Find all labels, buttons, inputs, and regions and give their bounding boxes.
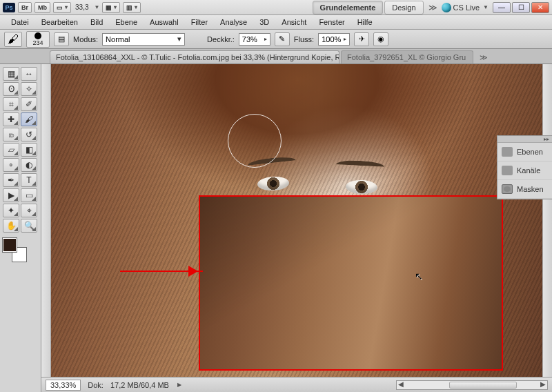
mode-label: Modus: <box>73 35 98 43</box>
color-swatches[interactable] <box>3 238 26 262</box>
crop-tool[interactable]: ⌗ <box>3 97 19 111</box>
menu-3d[interactable]: 3D <box>254 17 275 28</box>
blend-mode-value: Normal <box>106 35 130 43</box>
document-tab-title: Fotolia_13106864_XXL - © T.Tulic - Fotol… <box>56 53 339 61</box>
opacity-input[interactable]: 73% <box>239 33 270 46</box>
title-bar: Ps Br Mb ▭ 33,3▼ ▦ ▥ Grundelemente Desig… <box>0 0 552 15</box>
masks-icon <box>502 184 513 194</box>
options-bar: 🖌 234 ▤ Modus: Normal Deckkr.: 73% ✎ Flu… <box>0 30 552 49</box>
gradient-tool[interactable]: ◧ <box>21 143 37 157</box>
blur-tool[interactable]: ∘ <box>3 158 19 172</box>
status-menu-icon[interactable]: ▶ <box>177 382 181 388</box>
shape-tool[interactable]: ▭ <box>21 188 37 202</box>
panel-item-ebenen[interactable]: Ebenen <box>497 143 552 161</box>
move-arrow-tool[interactable]: ↔ <box>21 67 37 81</box>
menu-ebene[interactable]: Ebene <box>110 17 143 28</box>
opacity-pressure-button[interactable]: ✎ <box>275 32 290 46</box>
pen-tool[interactable]: ✒ <box>3 173 19 187</box>
window-close-button[interactable]: ✕ <box>531 2 549 13</box>
panel-item-kanaele[interactable]: Kanäle <box>497 161 552 180</box>
lasso-tool[interactable]: ʘ <box>3 82 19 96</box>
vertical-ruler[interactable] <box>41 64 51 377</box>
current-tool-preview[interactable]: 🖌 <box>4 32 22 47</box>
document-tab-inactive[interactable]: Fotolia_3792651_XL © Giorgio Gru <box>341 50 473 63</box>
menu-bild[interactable]: Bild <box>85 17 108 28</box>
workspace-design[interactable]: Design <box>384 1 423 14</box>
type-tool[interactable]: T <box>21 173 37 187</box>
healing-brush-tool[interactable]: ✚ <box>3 112 19 126</box>
window-minimize-button[interactable]: — <box>493 2 511 13</box>
panel-item-masken[interactable]: Masken <box>497 180 552 199</box>
photo-detail <box>257 176 290 191</box>
status-bar: 33,33% Dok: 17,2 MB/60,4 MB ▶ <box>41 377 552 392</box>
path-select-tool[interactable]: ▶ <box>3 188 19 202</box>
tabs-overflow-icon[interactable]: ≫ <box>476 52 491 63</box>
brush-size-picker[interactable]: 234 <box>26 31 50 48</box>
foreground-color-swatch[interactable] <box>3 238 17 252</box>
horizontal-scrollbar[interactable] <box>396 380 548 390</box>
opacity-label: Deckkr.: <box>207 35 235 43</box>
annotation-zoom-box <box>199 195 503 371</box>
brush-size-value: 234 <box>32 39 43 46</box>
annotation-arrow-icon <box>120 271 203 272</box>
brush-tool[interactable]: 🖌 <box>21 112 37 126</box>
mouse-cursor-icon: ↖ <box>415 271 423 282</box>
menu-datei[interactable]: Datei <box>6 17 34 28</box>
panel-collapse-icon[interactable]: ▸▸ <box>497 136 552 143</box>
flow-value: 100% <box>322 35 341 43</box>
arrange-docs-button[interactable]: ▥ <box>123 2 141 13</box>
canvas-area: ↖ 33,33% Dok: 17,2 MB/60,4 MB ▶ <box>41 64 552 392</box>
menu-hilfe[interactable]: Hilfe <box>352 17 378 28</box>
menu-analyse[interactable]: Analyse <box>215 17 253 28</box>
workspace-more-icon[interactable]: ≫ <box>424 3 442 12</box>
window-maximize-button[interactable]: ☐ <box>512 2 530 13</box>
flow-input[interactable]: 100% <box>318 33 350 46</box>
zoom-dropdown-icon[interactable]: ▼ <box>94 4 99 10</box>
status-zoom-input[interactable]: 33,33% <box>46 380 81 391</box>
view-extras-button[interactable]: ▦ <box>102 2 120 13</box>
cslive-label: CS Live <box>453 3 480 12</box>
brush-panel-button[interactable]: ▤ <box>54 32 69 46</box>
magic-wand-tool[interactable]: ✧ <box>21 82 37 96</box>
3d-camera-tool[interactable]: ⌖ <box>21 204 37 217</box>
scrollbar-thumb[interactable] <box>449 382 517 389</box>
menu-ansicht[interactable]: Ansicht <box>276 17 312 28</box>
dropdown-icon: ▼ <box>483 4 489 10</box>
panel-label: Ebenen <box>517 148 543 156</box>
move-tool[interactable]: ▦ <box>3 67 19 81</box>
zoom-tool[interactable]: 🔍 <box>21 219 37 233</box>
minibridge-button[interactable]: Mb <box>34 2 50 13</box>
screen-mode-button[interactable]: ▭ <box>53 2 71 13</box>
document-tab-title: Fotolia_3792651_XL © Giorgio Gru <box>347 53 466 61</box>
opacity-value: 73% <box>242 35 257 43</box>
flow-label: Fluss: <box>294 35 314 43</box>
ps-icon: Ps <box>3 3 15 12</box>
menu-fenster[interactable]: Fenster <box>313 17 350 28</box>
photo-detail <box>336 160 385 173</box>
right-panel-dock: ▸▸ Ebenen Kanäle Masken <box>497 135 552 199</box>
document-canvas[interactable]: ↖ <box>51 64 542 377</box>
menu-filter[interactable]: Filter <box>186 17 213 28</box>
panel-label: Masken <box>517 185 544 193</box>
document-tabs: Fotolia_13106864_XXL - © T.Tulic - Fotol… <box>0 49 552 64</box>
clone-stamp-tool[interactable]: ⎄ <box>3 128 19 141</box>
document-tab-active[interactable]: Fotolia_13106864_XXL - © T.Tulic - Fotol… <box>50 50 339 63</box>
workspace-grundelemente[interactable]: Grundelemente <box>313 1 384 14</box>
menu-bearbeiten[interactable]: Bearbeiten <box>36 17 83 28</box>
dodge-tool[interactable]: ◐ <box>21 158 37 172</box>
3d-tool[interactable]: ✦ <box>3 204 19 217</box>
bridge-button[interactable]: Br <box>18 2 32 13</box>
layers-icon <box>502 147 513 157</box>
airbrush-button[interactable]: ✈ <box>354 32 369 46</box>
cslive-button[interactable]: CS Live ▼ <box>442 3 489 12</box>
history-brush-tool[interactable]: ↺ <box>21 128 37 141</box>
eyedropper-tool[interactable]: ✐ <box>21 97 37 111</box>
menu-auswahl[interactable]: Auswahl <box>144 17 184 28</box>
tablet-pressure-button[interactable]: ◉ <box>373 32 388 46</box>
vertical-scrollbar[interactable] <box>542 64 552 377</box>
zoom-level-text[interactable]: 33,3 <box>74 3 90 11</box>
blend-mode-select[interactable]: Normal <box>102 33 185 46</box>
hand-tool[interactable]: ✋ <box>3 219 19 233</box>
eraser-tool[interactable]: ▱ <box>3 143 19 157</box>
status-doc-value: 17,2 MB/60,4 MB <box>110 381 169 389</box>
